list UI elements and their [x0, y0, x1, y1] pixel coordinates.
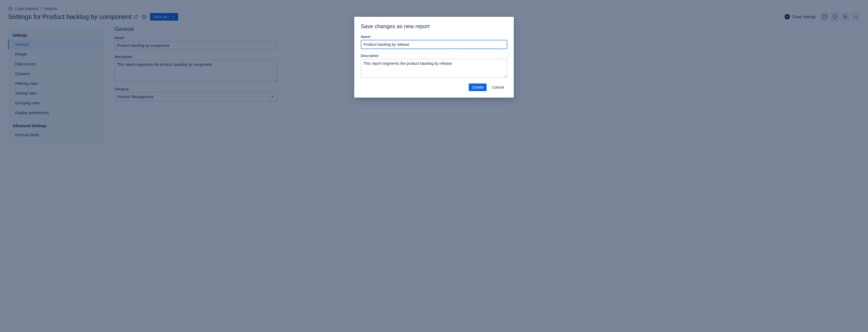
modal-name-input[interactable] [361, 40, 507, 49]
create-button[interactable]: Create [469, 84, 487, 91]
modal-overlay[interactable]: Save changes as new report Name* Descrip… [0, 0, 868, 332]
modal-title: Save changes as new report [361, 23, 507, 30]
modal-name-label: Name* [361, 35, 507, 39]
modal-description-input[interactable] [361, 59, 507, 78]
modal-description-label: Description [361, 54, 507, 58]
save-as-modal: Save changes as new report Name* Descrip… [354, 17, 514, 98]
cancel-button[interactable]: Cancel [489, 84, 507, 91]
